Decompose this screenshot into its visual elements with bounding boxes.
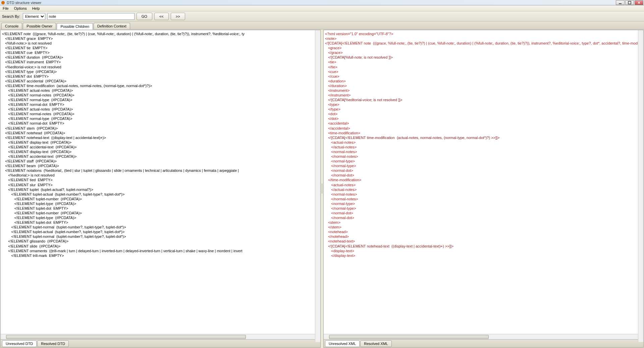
tree-line[interactable]: <!ELEMENT grace EMPTY> xyxy=(1,36,320,41)
tree-line[interactable]: <!ELEMENT tuplet-actual (tuplet-number?,… xyxy=(1,192,320,197)
tab-unresolved-dtd[interactable]: Unresolved DTD xyxy=(2,340,37,347)
tree-line[interactable]: <dot> xyxy=(324,112,643,116)
tree-line[interactable]: <![CDATA[<!ELEMENT time-modification (ac… xyxy=(324,135,643,140)
tree-line[interactable]: <!ELEMENT slide (#PCDATA)> xyxy=(1,244,320,249)
tree-line[interactable]: <!ELEMENT display-text (#PCDATA)> xyxy=(1,149,320,154)
tree-line[interactable]: </normal-dot> xyxy=(324,215,643,220)
tree-line[interactable]: <normal-dot> xyxy=(324,168,643,173)
tree-line[interactable]: <type> xyxy=(324,102,643,107)
tree-line[interactable]: <!ELEMENT tuplet (tuplet-actual?, tuplet… xyxy=(1,187,320,192)
tree-line[interactable]: <![CDATA[%full-note; is not resolved ]]> xyxy=(324,55,643,60)
minimize-button[interactable] xyxy=(616,0,625,5)
tree-line[interactable]: <!ELEMENT time-modification (actual-note… xyxy=(1,83,320,88)
tree-line[interactable]: </instrument> xyxy=(324,93,643,97)
menu-help[interactable]: Help xyxy=(31,6,41,11)
tree-line[interactable]: <actual-notes> xyxy=(324,140,643,145)
tree-line[interactable]: <normal-type> xyxy=(324,201,643,206)
tree-line[interactable]: <![CDATA[%editorial-voice; is not resolv… xyxy=(324,97,643,102)
tree-line[interactable]: <accidental> xyxy=(324,121,643,126)
tree-line[interactable]: <!ELEMENT cue EMPTY> xyxy=(1,50,320,55)
tree-line[interactable]: </cue> xyxy=(324,74,643,79)
right-hscroll[interactable] xyxy=(324,334,643,339)
tree-line[interactable]: <stem> xyxy=(324,220,643,225)
close-button[interactable] xyxy=(635,0,643,5)
menu-options[interactable]: Options xyxy=(13,6,28,11)
tree-line[interactable]: <%editorial-voice;> is not resolved xyxy=(1,65,320,69)
tree-line[interactable]: <!ELEMENT stem (#PCDATA)> xyxy=(1,126,320,131)
tree-line[interactable]: <!ELEMENT tuplet-actual (tuplet-number?,… xyxy=(1,229,320,234)
tree-line[interactable]: <!ELEMENT instrument EMPTY> xyxy=(1,60,320,64)
tree-line[interactable]: <%editorial;> is not resolved xyxy=(1,173,320,178)
tree-line[interactable]: <!ELEMENT tied EMPTY> xyxy=(1,178,320,182)
tab-resolved-xml[interactable]: Resolved XML xyxy=(360,340,392,347)
tree-line[interactable]: <display-text> xyxy=(324,249,643,253)
tree-line[interactable]: <!ELEMENT notations (%editorial;, (tied … xyxy=(1,168,320,173)
tab-possible-children[interactable]: Possible Children xyxy=(57,23,93,29)
tree-line[interactable]: <!ELEMENT tie EMPTY> xyxy=(1,46,320,50)
tree-line[interactable]: <tie> xyxy=(324,60,643,64)
tree-line[interactable]: </type> xyxy=(324,107,643,112)
maximize-button[interactable] xyxy=(625,0,634,5)
tree-line[interactable]: <!ELEMENT tuplet-number (#PCDATA)> xyxy=(1,211,320,215)
tree-line[interactable]: </display-text> xyxy=(324,253,643,258)
tab-possible-owner[interactable]: Possible Owner xyxy=(23,23,56,29)
tree-line[interactable]: <duration> xyxy=(324,79,643,83)
tree-line[interactable]: </duration> xyxy=(324,83,643,88)
tree-line[interactable]: </normal-type> xyxy=(324,206,643,211)
search-mode-select[interactable]: Element xyxy=(23,13,45,19)
tree-line[interactable]: <notehead-text> xyxy=(324,239,643,243)
tree-line[interactable]: <!ELEMENT tuplet-dot EMPTY> xyxy=(1,220,320,225)
tree-line[interactable]: <!ELEMENT notehead-text ((display-text |… xyxy=(1,135,320,140)
tree-line[interactable]: <!ELEMENT glissando (#PCDATA)> xyxy=(1,239,320,243)
tree-line[interactable]: <note> xyxy=(324,36,643,41)
tree-line[interactable]: <![CDATA[<!ELEMENT note (((grace, %full-… xyxy=(324,41,643,46)
tree-line[interactable]: <instrument> xyxy=(324,88,643,93)
tree-line[interactable]: <!ELEMENT staff (#PCDATA)> xyxy=(1,159,320,163)
tree-line[interactable]: <normal-notes> xyxy=(324,149,643,154)
tree-line[interactable]: <notehead> xyxy=(324,229,643,234)
tree-line[interactable]: <!ELEMENT normal-type (#PCDATA)> xyxy=(1,116,320,121)
tree-line[interactable]: <!ELEMENT actual-notes (#PCDATA)> xyxy=(1,88,320,93)
tree-line[interactable]: </dot> xyxy=(324,116,643,121)
tree-line[interactable]: </normal-notes> xyxy=(324,197,643,201)
tree-line[interactable]: </grace> xyxy=(324,50,643,55)
left-hscroll[interactable] xyxy=(1,334,320,339)
tree-line[interactable]: </normal-type> xyxy=(324,163,643,168)
tree-line[interactable]: </normal-notes> xyxy=(324,154,643,159)
tree-line[interactable]: <!ELEMENT accidental-text (#PCDATA)> xyxy=(1,145,320,149)
tree-line[interactable]: <!ELEMENT normal-dot EMPTY> xyxy=(1,102,320,107)
tree-line[interactable]: <!ELEMENT slur EMPTY> xyxy=(1,183,320,187)
tree-line[interactable]: <!ELEMENT normal-dot EMPTY> xyxy=(1,121,320,126)
tree-line[interactable]: <normal-type> xyxy=(324,159,643,163)
tree-line[interactable]: <!ELEMENT tuplet-dot EMPTY> xyxy=(1,206,320,211)
tab-unresolved-xml[interactable]: Unresolved XML xyxy=(325,340,360,347)
menu-file[interactable]: File xyxy=(1,6,10,11)
tree-line[interactable]: <![CDATA[<!ELEMENT notehead-text ((displ… xyxy=(324,244,643,249)
tab-resolved-dtd[interactable]: Resolved DTD xyxy=(37,340,69,347)
tree-line[interactable]: </stem> xyxy=(324,225,643,229)
tree-line[interactable]: </notehead> xyxy=(324,234,643,239)
tree-line[interactable]: </actual-notes> xyxy=(324,145,643,149)
left-vscroll[interactable] xyxy=(315,30,320,342)
dtd-tree[interactable]: <!ELEMENT note (((grace, %full-note;, (t… xyxy=(1,30,320,334)
tree-line[interactable]: <normal-dot> xyxy=(324,211,643,215)
tree-line[interactable]: <actual-notes> xyxy=(324,183,643,187)
tree-line[interactable]: <!ELEMENT tuplet-normal (tuplet-number?,… xyxy=(1,234,320,239)
tree-line[interactable]: <!ELEMENT normal-notes (#PCDATA)> xyxy=(1,93,320,97)
search-mode-combo[interactable]: Element xyxy=(23,13,45,20)
tree-line[interactable]: <!ELEMENT tuplet-normal (tuplet-number?,… xyxy=(1,225,320,229)
tree-line[interactable]: <time-modification> xyxy=(324,131,643,135)
tree-line[interactable]: <!ELEMENT normal-type (#PCDATA)> xyxy=(1,97,320,102)
tree-line[interactable]: </actual-notes> xyxy=(324,187,643,192)
right-vscroll[interactable] xyxy=(638,30,643,342)
tree-line[interactable]: <!ELEMENT dot EMPTY> xyxy=(1,74,320,79)
xml-tree[interactable]: <?xml version="1.0" encoding="UTF-8"?><n… xyxy=(324,30,643,334)
tree-line[interactable]: <!ELEMENT notehead (#PCDATA)> xyxy=(1,131,320,135)
tab-definition-context[interactable]: Definition Context xyxy=(94,23,130,29)
tree-line[interactable]: </tie> xyxy=(324,65,643,69)
tree-line[interactable]: <!ELEMENT tuplet-type (#PCDATA)> xyxy=(1,201,320,206)
tree-line[interactable]: <!ELEMENT duration (#PCDATA)> xyxy=(1,55,320,60)
tree-line[interactable]: <%full-note;> is not resolved xyxy=(1,41,320,46)
tree-line[interactable]: <!ELEMENT tuplet-type (#PCDATA)> xyxy=(1,215,320,220)
tree-line[interactable]: <!ELEMENT accidental (#PCDATA)> xyxy=(1,79,320,83)
